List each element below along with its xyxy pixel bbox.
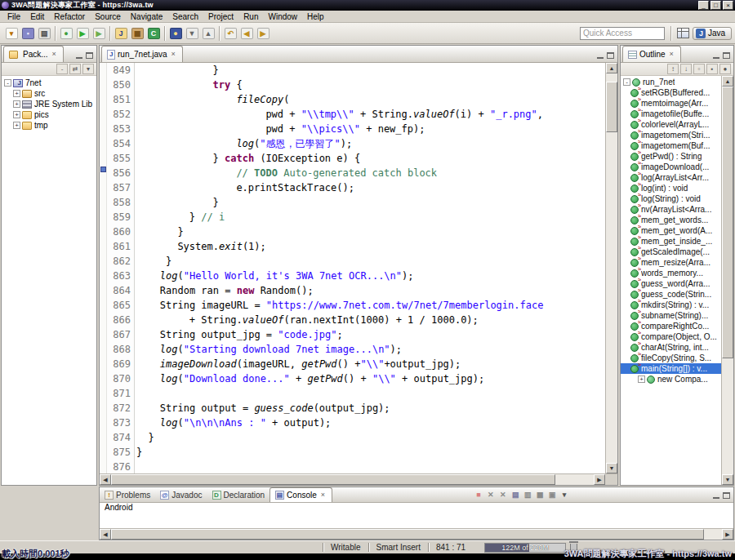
outline-item[interactable]: guess_word(Arra... (621, 278, 721, 289)
line-number[interactable]: 851 (107, 92, 131, 107)
tree-item[interactable]: +JRE System Lib (2, 99, 96, 109)
menu-window[interactable]: Window (263, 11, 302, 22)
quick-access-input[interactable] (580, 27, 665, 40)
line-number[interactable]: 859 (107, 210, 131, 224)
prev-annotation-button[interactable]: ▲ (200, 25, 216, 42)
menu-edit[interactable]: Edit (25, 11, 49, 22)
hide-static-members-button[interactable]: ▪ (706, 64, 718, 74)
line-number[interactable]: 857 (107, 180, 131, 195)
save-button[interactable]: ▪ (20, 25, 36, 42)
code-line[interactable]: log("Starting download 7net image...\n")… (136, 342, 605, 357)
terminate-button[interactable]: ■ (473, 490, 484, 500)
scrollbar-track[interactable] (111, 529, 722, 540)
code-line[interactable]: String output = guess_code(output_jpg); (136, 401, 605, 416)
menu-refactor[interactable]: Refactor (49, 11, 90, 22)
line-number[interactable]: 872 (107, 401, 131, 416)
menu-source[interactable]: Source (90, 11, 126, 22)
new-class-button[interactable]: C (145, 25, 162, 42)
menu-project[interactable]: Project (203, 11, 238, 22)
titlebar[interactable]: 3WA問題解決專家工作室 - https://3wa.tw _□× (0, 0, 735, 11)
expander-icon[interactable]: - (623, 78, 630, 86)
java-perspective-button[interactable]: Java (693, 27, 732, 40)
line-number[interactable]: 858 (107, 195, 131, 210)
search-button[interactable]: ● (167, 25, 184, 42)
run-button[interactable]: ▶ (74, 25, 91, 42)
expander-icon[interactable]: + (13, 90, 20, 97)
outline-item[interactable]: log(String) : void (621, 193, 721, 204)
scroll-lock-button[interactable]: ▥ (522, 490, 533, 500)
outline-vertical-scrollbar[interactable]: ▲ ▼ (721, 76, 733, 485)
minimize-panel-icon[interactable] (713, 493, 719, 499)
outline-item[interactable]: getScaledImage(... (621, 247, 721, 257)
code-line[interactable]: System.exit(1); (136, 239, 605, 254)
display-selected-console-button[interactable]: ▣ (546, 490, 558, 500)
scroll-down-icon[interactable]: ▼ (606, 463, 617, 473)
tab-console[interactable]: Console (270, 487, 332, 502)
outline-item[interactable]: guess_code(Strin... (621, 289, 721, 300)
back-button[interactable]: ◀ (238, 25, 255, 42)
expander-icon[interactable]: + (13, 111, 20, 118)
collapse-all-button[interactable]: - (56, 64, 68, 74)
line-number[interactable]: 873 (107, 416, 131, 430)
debug-button[interactable]: ● (58, 25, 74, 42)
outline-item[interactable]: imagetofile(Buffe... (621, 109, 721, 119)
tab-problems[interactable]: Problems (100, 487, 155, 502)
outline-item[interactable]: main(String[]) : v... (621, 363, 721, 374)
code-line[interactable]: } (136, 195, 605, 210)
console-horizontal-scrollbar[interactable]: ◀ ▶ (100, 528, 733, 540)
line-number[interactable]: 864 (107, 283, 131, 298)
tab-run-7net-java[interactable]: run_7net.java (101, 46, 183, 62)
minimize-panel-icon[interactable] (713, 53, 719, 59)
scrollbar-thumb[interactable] (606, 82, 617, 132)
editor-horizontal-scrollbar[interactable]: ◀ ▶ (100, 473, 617, 485)
line-number[interactable]: 850 (107, 78, 131, 92)
line-number[interactable]: 874 (107, 430, 131, 445)
code-line[interactable]: log("感恩，已學習了"); (136, 136, 605, 151)
menu-search[interactable]: Search (167, 11, 203, 22)
scrollbar-track[interactable] (111, 474, 594, 485)
maximize-button[interactable]: □ (710, 1, 721, 10)
open-perspective-button[interactable] (677, 28, 689, 38)
line-number[interactable]: 853 (107, 122, 131, 136)
new-java-project-button[interactable]: J (113, 25, 129, 42)
line-number[interactable]: 849 (107, 63, 131, 78)
scrollbar-track[interactable] (606, 73, 617, 463)
code-line[interactable]: } (136, 254, 605, 269)
pin-console-button[interactable]: ▦ (534, 490, 546, 500)
line-number[interactable]: 865 (107, 298, 131, 313)
scroll-right-icon[interactable]: ▶ (594, 474, 605, 485)
outline-item[interactable]: fileCopy(String, S... (621, 353, 721, 363)
link-with-editor-button[interactable]: ⇄ (69, 64, 81, 74)
outline-item[interactable]: colorlevel(ArrayL... (621, 119, 721, 130)
annotation-ruler[interactable] (100, 63, 107, 473)
outline-item[interactable]: compare(Object, O... (621, 331, 721, 342)
expand-all-button[interactable]: ↕ (667, 64, 679, 74)
hide-fields-button[interactable]: ▫ (693, 64, 705, 74)
menu-navigate[interactable]: Navigate (126, 11, 167, 22)
line-number[interactable]: 875 (107, 445, 131, 460)
outline-item[interactable]: charAt(String, int... (621, 342, 721, 353)
outline-item[interactable]: +new Compa... (621, 374, 721, 384)
code-line[interactable]: Random ran = new Random(); (136, 283, 605, 298)
code-line[interactable]: } (136, 430, 605, 445)
line-number[interactable]: 855 (107, 151, 131, 166)
line-number[interactable]: 871 (107, 386, 131, 401)
tab-javadoc[interactable]: Javadoc (155, 487, 207, 502)
close-icon[interactable] (51, 51, 58, 58)
close-icon[interactable] (668, 51, 675, 58)
last-edit-location-button[interactable]: ↶ (222, 25, 238, 42)
new-wizard-button[interactable]: ▾ (3, 25, 20, 42)
tab-package-explorer[interactable]: Pack... (3, 46, 64, 62)
scrollbar-thumb[interactable] (111, 529, 704, 540)
editor-vertical-scrollbar[interactable]: ▲ ▼ (605, 63, 617, 473)
code-line[interactable] (136, 386, 605, 401)
code-line[interactable]: pwd + "\\pics\\" + new_fp); (136, 122, 605, 136)
line-number[interactable]: 854 (107, 136, 131, 151)
code-line[interactable]: log("Download done..." + getPwd() + "\\"… (136, 371, 605, 386)
code-line[interactable]: e.printStackTrace(); (136, 180, 605, 195)
scroll-down-icon[interactable]: ▼ (722, 474, 733, 485)
outline-item[interactable]: words_memory... (621, 268, 721, 278)
maximize-panel-icon[interactable] (607, 52, 614, 59)
code-line[interactable]: fileCopy( (136, 92, 605, 107)
tab-declaration[interactable]: Declaration (207, 487, 270, 502)
